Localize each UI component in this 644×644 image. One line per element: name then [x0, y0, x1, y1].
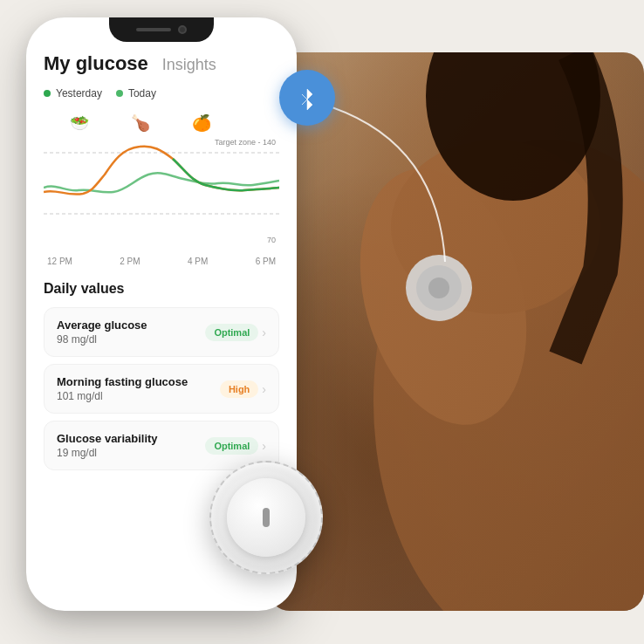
svg-point-7: [428, 277, 449, 298]
legend-dot-today: [116, 90, 123, 97]
notch-speaker: [136, 28, 171, 31]
notch-camera: [178, 25, 187, 34]
food-icon-2: 🍊: [192, 113, 211, 133]
metric-left-2: Glucose variability 19 mg/dl: [57, 432, 205, 459]
chart-x-labels: 12 PM 2 PM 4 PM 6 PM: [44, 257, 279, 266]
metric-badge-1: High: [220, 380, 258, 398]
bluetooth-svg-icon: [293, 84, 321, 112]
metric-name-0: Average glucose: [57, 319, 205, 332]
app-title: My glucose: [44, 52, 148, 75]
food-icon-1: 🍗: [131, 113, 150, 133]
metric-left-1: Morning fasting glucose 101 mg/dl: [57, 375, 220, 402]
x-label-12pm: 12 PM: [47, 257, 72, 266]
legend-yesterday: Yesterday: [44, 87, 102, 99]
metric-badge-0: Optimal: [205, 324, 258, 341]
app-header: My glucose Insights: [44, 49, 279, 75]
y-axis-label-70: 70: [267, 236, 276, 244]
legend-dot-yesterday: [44, 90, 51, 97]
legend-label-yesterday: Yesterday: [56, 87, 102, 99]
metric-badge-2: Optimal: [205, 437, 258, 455]
daily-values-title: Daily values: [44, 281, 279, 297]
metric-arrow-0: ›: [262, 325, 266, 339]
metric-value-2: 19 mg/dl: [57, 447, 205, 459]
cgm-slot: [263, 508, 270, 527]
bluetooth-button[interactable]: ✱: [279, 70, 335, 126]
tab-insights[interactable]: Insights: [162, 56, 216, 74]
metric-left-0: Average glucose 98 mg/dl: [57, 319, 205, 346]
chart-svg: [44, 113, 279, 253]
x-label-6pm: 6 PM: [256, 257, 276, 266]
metric-name-1: Morning fasting glucose: [57, 375, 220, 388]
target-zone-label: Target zone - 140: [215, 138, 276, 147]
metric-card-average-glucose[interactable]: Average glucose 98 mg/dl Optimal ›: [44, 307, 279, 357]
metric-name-2: Glucose variability: [57, 432, 205, 445]
person-background: [269, 52, 644, 611]
metric-card-morning-fasting[interactable]: Morning fasting glucose 101 mg/dl High ›: [44, 364, 279, 414]
x-label-4pm: 4 PM: [188, 257, 208, 266]
x-label-2pm: 2 PM: [120, 257, 140, 266]
metric-value-0: 98 mg/dl: [57, 333, 205, 346]
glucose-chart: 🥗 🍗 🍊 Target zone - 140 70: [44, 113, 279, 271]
metric-value-1: 101 mg/dl: [57, 390, 220, 402]
metric-arrow-2: ›: [262, 439, 266, 453]
legend-today: Today: [116, 87, 156, 99]
metric-card-glucose-variability[interactable]: Glucose variability 19 mg/dl Optimal ›: [44, 421, 279, 470]
cgm-device-large: [209, 461, 323, 574]
metric-arrow-1: ›: [262, 382, 266, 396]
chart-legend: Yesterday Today: [44, 87, 279, 99]
legend-label-today: Today: [128, 87, 156, 99]
scene: ✱ My glucose Insights Yesterday: [0, 0, 644, 644]
food-icon-0: 🥗: [70, 113, 89, 133]
phone-notch: [109, 17, 214, 42]
cgm-device-inner: [227, 478, 305, 557]
